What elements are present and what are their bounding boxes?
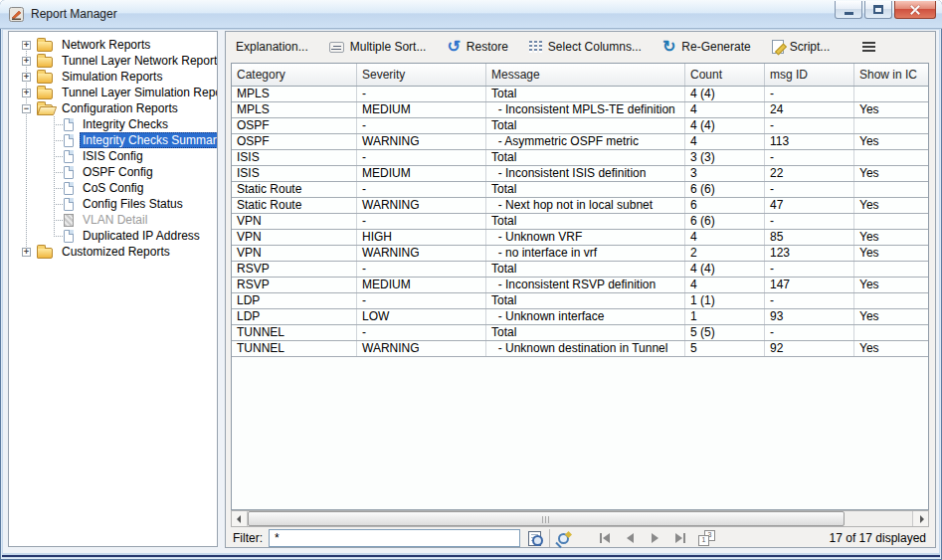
collapse-icon[interactable]: − (22, 104, 31, 113)
minimize-icon (845, 12, 853, 15)
tree-item-cos-config[interactable]: CoS Config (9, 180, 217, 196)
column-header-category[interactable]: Category (232, 64, 357, 86)
previous-page-button[interactable] (621, 531, 640, 545)
table-row[interactable]: VPNWARNING - no interface in vrf2123Yes (232, 246, 928, 262)
expand-icon[interactable]: + (22, 57, 31, 66)
table-row[interactable]: OSPFWARNING - Asymmetric OSPF metric4113… (232, 134, 928, 150)
table-row[interactable]: OSPF-Total4 (4)- (232, 118, 928, 134)
tree-item-duplicated-ip-address[interactable]: Duplicated IP Address (9, 228, 217, 244)
hamburger-menu-icon[interactable] (862, 42, 875, 53)
table-row[interactable]: MPLS-Total4 (4)- (232, 87, 928, 102)
filter-input[interactable] (269, 529, 520, 547)
column-header-severity[interactable]: Severity (357, 64, 486, 86)
document-icon (64, 166, 74, 179)
table-cell: 6 (685, 198, 765, 213)
column-header-message[interactable]: Message (486, 64, 685, 86)
tree-item-configuration-reports[interactable]: −Configuration Reports (9, 100, 217, 116)
column-header-show-in-ic[interactable]: Show in IC (854, 64, 928, 86)
table-cell: Yes (854, 166, 928, 181)
table-row[interactable]: RSVP-Total4 (4)- (232, 262, 928, 278)
horizontal-scrollbar-thumb[interactable] (248, 511, 845, 526)
document-disabled-icon (64, 214, 74, 227)
tree-item-customized-reports[interactable]: +Customized Reports (9, 244, 217, 260)
table-cell: MPLS (232, 102, 357, 117)
folder-closed-icon (37, 57, 53, 68)
table-row[interactable]: Static RouteWARNING - Next hop not in lo… (232, 198, 928, 214)
table-cell: - Unknown VRF (486, 230, 685, 245)
table-cell: 93 (765, 309, 854, 324)
table-cell (854, 87, 928, 101)
expand-icon[interactable]: + (22, 248, 31, 257)
table-row[interactable]: VPN-Total6 (6)- (232, 214, 928, 230)
tree-item-config-files-status[interactable]: Config Files Status (9, 196, 217, 212)
expand-icon[interactable]: + (22, 89, 31, 97)
advanced-search-icon[interactable] (558, 533, 569, 544)
tree-item-simulation-reports[interactable]: +Simulation Reports (9, 69, 217, 85)
table-row[interactable]: TUNNEL-Total5 (5)- (232, 325, 928, 341)
tree-item-isis-config[interactable]: ISIS Config (9, 148, 217, 164)
preview-report-icon[interactable] (528, 531, 541, 546)
table-cell: RSVP (232, 278, 357, 292)
close-button[interactable] (894, 1, 936, 19)
tree-item-integrity-checks-summary[interactable]: Integrity Checks Summary (9, 132, 217, 148)
window-controls (835, 1, 936, 19)
table-row[interactable]: MPLSMEDIUM - Inconsistent MPLS-TE defini… (232, 102, 928, 118)
expand-icon[interactable]: + (22, 41, 31, 50)
table-cell: 1 (685, 309, 765, 324)
filter-label: Filter: (233, 531, 263, 545)
tree-item-integrity-checks[interactable]: Integrity Checks (9, 116, 217, 132)
table-cell: TUNNEL (232, 325, 357, 340)
script-button[interactable]: Script... (772, 40, 831, 54)
multiple-sort-button[interactable]: Multiple Sort... (329, 40, 427, 54)
minimize-button[interactable] (835, 1, 862, 19)
report-toolbar: Explanation...Multiple Sort...↺RestoreSe… (226, 32, 935, 62)
document-icon (64, 134, 74, 147)
titlebar[interactable]: Report Manager (0, 0, 942, 29)
table-row[interactable]: TUNNELWARNING - Unknown destination in T… (232, 341, 928, 357)
tree-item-tunnel-layer-network-reports[interactable]: +Tunnel Layer Network Reports (9, 53, 217, 69)
tree-item-vlan-detail[interactable]: VLAN Detail (9, 212, 217, 228)
horizontal-scrollbar[interactable] (231, 510, 929, 527)
report-table: CategorySeverityMessageCountmsg IDShow i… (231, 63, 929, 510)
tree-item-tunnel-layer-simulation-reports[interactable]: +Tunnel Layer Simulation Reports (9, 85, 217, 100)
last-page-button[interactable] (670, 531, 689, 545)
table-cell: - (765, 325, 854, 340)
table-row[interactable]: VPNHIGH - Unknown VRF485Yes (232, 230, 928, 246)
goto-page-button[interactable] (698, 531, 715, 546)
maximize-button[interactable] (864, 1, 892, 19)
tree-item-label: Configuration Reports (59, 100, 181, 116)
tree-item-ospf-config[interactable]: OSPF Config (9, 164, 217, 180)
table-cell: 4 (685, 102, 765, 117)
table-row[interactable]: RSVPMEDIUM - Inconsistent RSVP definitio… (232, 278, 928, 293)
table-cell: Total (486, 325, 685, 340)
tree-item-label: Customized Reports (59, 244, 173, 260)
first-page-button[interactable] (596, 531, 615, 545)
explanation-button[interactable]: Explanation... (236, 40, 308, 54)
re-generate-button[interactable]: ↻Re-Generate (662, 40, 751, 54)
table-row[interactable]: LDPLOW - Unknown interface193Yes (232, 309, 928, 325)
next-page-button[interactable] (646, 531, 664, 545)
document-icon (64, 230, 74, 243)
table-cell: 85 (765, 230, 854, 245)
table-cell: - Inconsistent RSVP definition (486, 278, 685, 292)
scroll-right-button[interactable] (912, 511, 928, 526)
table-row[interactable]: ISISMEDIUM - Inconsistent ISIS definitio… (232, 166, 928, 182)
table-cell: OSPF (232, 134, 357, 149)
table-row[interactable]: LDP-Total1 (1)- (232, 293, 928, 309)
footer-divider (549, 529, 550, 547)
tree-item-network-reports[interactable]: +Network Reports (9, 37, 217, 53)
window-title: Report Manager (31, 0, 117, 29)
column-header-msg-id[interactable]: msg ID (765, 64, 854, 86)
restore-button[interactable]: ↺Restore (447, 40, 507, 54)
scroll-left-button[interactable] (232, 511, 248, 526)
table-cell: RSVP (232, 262, 357, 277)
table-cell: 6 (6) (685, 182, 765, 197)
expand-icon[interactable]: + (22, 73, 31, 82)
table-row[interactable]: ISIS-Total3 (3)- (232, 150, 928, 166)
column-header-count[interactable]: Count (685, 64, 765, 86)
table-row[interactable]: Static Route-Total6 (6)- (232, 182, 928, 198)
page-navigation (593, 531, 692, 545)
select-columns-button[interactable]: Select Columns... (529, 40, 642, 54)
table-cell: MEDIUM (357, 102, 486, 117)
table-cell: MPLS (232, 87, 357, 101)
